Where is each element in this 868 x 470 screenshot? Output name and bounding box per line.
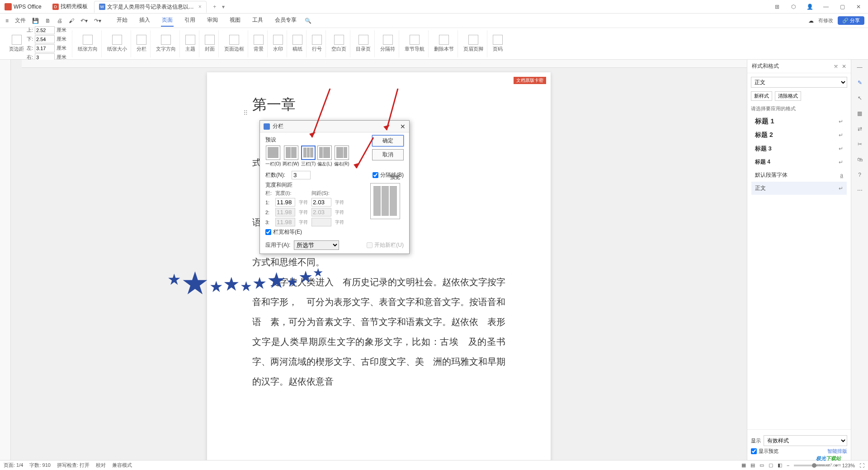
new-tab-button[interactable]: + [210,4,219,10]
share-button[interactable]: 🔗 分享 [838,16,864,25]
fullscreen-icon[interactable]: ⛶ [859,463,864,468]
view-icon[interactable]: ▢ [769,462,773,468]
save-icon[interactable]: 💾 [30,17,41,25]
preset-two[interactable]: 两栏(W) [283,146,299,167]
pencil-icon[interactable]: ✎ [858,80,862,86]
theme-button[interactable]: 主题 [185,35,195,52]
spell-check-status[interactable]: 拼写检查: 打开 [57,462,90,469]
left-margin-input[interactable] [35,44,55,52]
undo-icon[interactable]: ↶▾ [79,17,90,25]
tab-member[interactable]: 会员专享 [274,14,297,27]
maximize-button[interactable]: ▢ [838,4,846,10]
break-button[interactable]: 分隔符 [380,35,395,52]
tab-view[interactable]: 视图 [229,14,241,27]
width-1-input[interactable] [275,198,295,207]
orientation-button[interactable]: 纸张方向 [78,35,98,52]
style-body[interactable]: 正文↵ [751,182,847,195]
pointer-icon[interactable]: ↖ [858,95,862,101]
tab-insert[interactable]: 插入 [138,14,151,27]
cloud-icon[interactable]: ☁ [808,18,814,24]
top-margin-input[interactable] [35,26,55,34]
tab-templates[interactable]: D 找稻壳模板 [48,1,92,13]
close-button[interactable]: ✕ [854,4,863,10]
tab-menu-icon[interactable]: ▾ [222,4,225,10]
cube-icon[interactable]: ⬡ [789,4,797,10]
smart-layout-link[interactable]: 智能排版 [827,448,847,455]
close-icon[interactable]: ✕ [400,123,406,130]
ok-button[interactable]: 确定 [372,135,404,146]
view-icon[interactable]: ▦ [741,462,746,468]
zoom-level[interactable]: 123% [842,463,855,468]
show-select[interactable]: 有效样式 [764,435,847,446]
section-nav-button[interactable]: 章节导航 [405,35,425,52]
tab-reference[interactable]: 引用 [184,14,196,27]
heading[interactable]: 第一章 [252,95,505,115]
collapse-icon[interactable]: — [857,64,863,70]
watermark-button[interactable]: 水印 [273,35,283,52]
tab-page[interactable]: 页面 [161,14,174,27]
proofread[interactable]: 校对 [96,462,106,469]
manuscript-button[interactable]: 稿纸 [292,35,302,52]
spacing-1-input[interactable] [311,198,331,207]
drag-handle-icon[interactable]: ⠿ [243,109,248,117]
columns-button[interactable]: 分栏 [137,35,146,52]
preset-right[interactable]: 偏右(R) [334,146,349,167]
style-heading3[interactable]: 标题 3↵ [751,142,847,155]
tab-review[interactable]: 审阅 [206,14,219,27]
show-preview-checkbox[interactable]: 显示预览 [751,448,778,455]
ruler-vertical[interactable] [0,60,11,460]
more-icon[interactable]: ⋯ [857,187,863,193]
cancel-button[interactable]: 取消 [372,149,404,160]
help-icon[interactable]: ? [858,172,861,178]
swap-icon[interactable]: ⇄ [858,126,862,132]
preset-three[interactable]: 三栏(T) [301,146,316,167]
style-heading2[interactable]: 标题 2↵ [751,128,847,142]
delete-section-button[interactable]: 删除本节 [434,35,454,52]
ruler-horizontal[interactable] [22,60,747,68]
file-menu[interactable]: 文件 [13,16,28,25]
close-icon[interactable]: × [198,4,202,10]
tab-start[interactable]: 开始 [116,14,128,27]
style-default-font[interactable]: 默认段落字体a [751,169,847,182]
new-style-button[interactable]: 新样式 [751,91,772,101]
page-number-button[interactable]: 页码 [493,35,503,52]
zoom-out-button[interactable]: − [787,463,789,468]
cols-input[interactable] [292,171,311,179]
view-icon[interactable]: ▭ [760,462,764,468]
toc-page-button[interactable]: 目录页 [356,35,371,52]
redo-icon[interactable]: ↷▾ [92,17,103,25]
pin-icon[interactable]: ⤧ [834,63,838,70]
header-footer-button[interactable]: 页眉页脚 [463,35,483,52]
bag-icon[interactable]: 🛍 [857,156,863,163]
word-count[interactable]: 字数: 910 [29,462,50,469]
print-preview-icon[interactable]: 🗎 [43,17,52,25]
menu-icon[interactable]: ≡ [4,17,10,25]
search-icon[interactable]: 🔍 [305,18,311,24]
print-icon[interactable]: 🖨 [55,17,64,25]
apply-select[interactable]: 所选节 [294,240,339,250]
page-margin-button[interactable]: 页边距 [9,35,24,52]
layout-icon[interactable]: ⊞ [773,4,781,10]
minimize-button[interactable]: — [822,4,830,10]
format-painter-icon[interactable]: 🖌 [67,17,76,25]
paper-size-button[interactable]: 纸张大小 [107,35,127,52]
page-border-button[interactable]: 页面边框 [224,35,244,52]
line-number-button[interactable]: 行号 [312,35,322,52]
equal-width-checkbox[interactable]: 栏宽相等(E) [265,228,344,236]
preset-left[interactable]: 偏左(L) [317,146,332,167]
current-style-select[interactable]: 正文 [751,77,847,88]
tab-tools[interactable]: 工具 [251,14,264,27]
blank-page-button[interactable]: 空白页 [331,35,346,52]
tab-document[interactable]: W 文字是人类用符号记录表达信息以… × [94,1,207,13]
style-heading4[interactable]: 标题 4↵ [751,155,847,169]
grid-icon[interactable]: ▦ [857,110,862,117]
bottom-margin-input[interactable] [35,35,55,43]
cover-button[interactable]: 封面 [205,35,215,52]
paragraph[interactable]: 方式和思维不同。 [252,252,505,272]
avatar-icon[interactable]: 👤 [806,4,814,10]
text-direction-button[interactable]: 文字方向 [156,35,176,52]
tools-icon[interactable]: ✂ [858,141,862,147]
background-button[interactable]: 背景 [254,35,264,52]
preset-one[interactable]: 一栏(O) [265,146,281,167]
close-icon[interactable]: ✕ [842,63,846,70]
